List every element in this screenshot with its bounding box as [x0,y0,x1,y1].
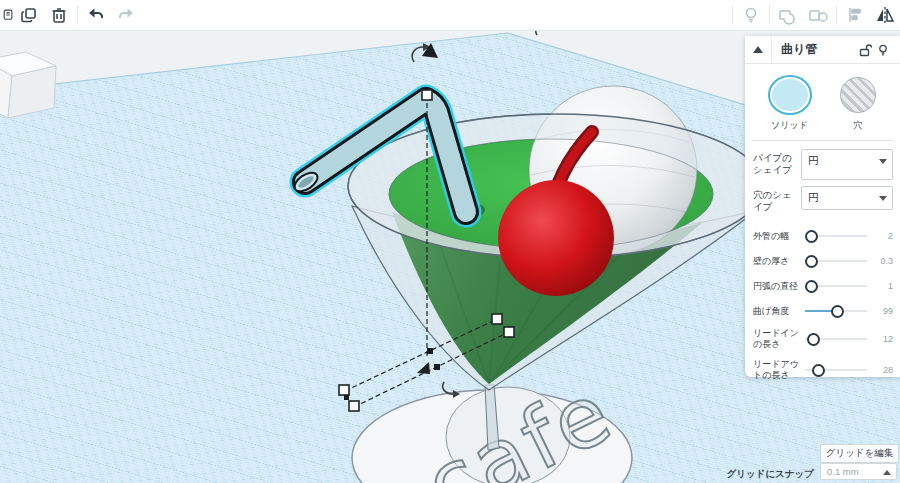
edge-handle-3[interactable] [344,395,349,400]
hole-shape-dropdown[interactable]: 円 [801,186,893,210]
outer-width-label: 外管の幅 [753,231,805,242]
lightbulb-icon[interactable] [874,43,892,57]
mirror-icon[interactable] [870,0,900,30]
arc-diameter-value: 1 [877,281,893,291]
triangle-up-icon [753,46,763,53]
solid-swatch-label: ソリッド [771,119,808,132]
material-swatches: ソリッド 穴 [745,64,900,132]
bend-angle-slider[interactable] [805,305,867,317]
lead-in-row: リードインの長さ 12 [745,324,900,355]
toolbar-left-group [0,0,141,30]
toolbar-separator [836,5,837,25]
copy-icon[interactable] [0,0,14,30]
slider-fill [805,310,834,312]
pipe-shape-label: パイプのシェイプ [753,149,801,177]
caret-up-icon [883,470,891,475]
wall-thickness-row: 壁の厚さ 0.3 [745,249,900,274]
solid-swatch-circle[interactable] [770,77,810,113]
lead-out-value: 28 [877,365,893,375]
collapse-panel-button[interactable] [753,36,772,63]
snap-to-grid-label: グリッドにスナップ [700,468,814,481]
outer-width-slider[interactable] [805,230,867,242]
slider-handle[interactable] [831,305,844,318]
scale-handle-left-2[interactable] [349,401,359,411]
outer-width-value: 2 [877,231,893,241]
hole-swatch-circle[interactable] [840,77,876,113]
lead-out-row: リードアウトの長さ 28 [745,355,900,386]
hole-shape-row: 穴のシェイプ 円 [745,184,900,218]
slider-handle[interactable] [805,255,818,268]
delete-icon[interactable] [44,0,74,30]
unlock-icon[interactable] [856,43,874,57]
undo-icon[interactable] [81,0,111,30]
arc-diameter-slider[interactable] [805,280,867,292]
edge-handle-1[interactable] [427,348,433,354]
pipe-shape-value: 円 [808,154,819,166]
bend-angle-label: 曲げ角度 [753,306,805,317]
wall-thickness-value: 0.3 [877,256,893,266]
arc-diameter-label: 円弧の直径 [753,281,805,292]
solid-swatch[interactable]: ソリッド [770,77,810,132]
lead-out-label: リードアウトの長さ [753,359,805,382]
lead-out-slider[interactable] [805,364,867,376]
lead-in-value: 12 [877,334,893,344]
bend-angle-row: 曲げ角度 99 [745,299,900,324]
top-toolbar [0,0,900,31]
outer-width-row: 外管の幅 2 [745,224,900,249]
slider-handle[interactable] [805,230,818,243]
slider-handle[interactable] [807,333,820,346]
toolbar-separator [769,5,770,25]
toolbar-separator [732,5,733,25]
scale-handle-right-1[interactable] [492,314,502,324]
bend-angle-value: 99 [877,306,893,316]
inspector-header: 曲り管 [745,36,900,64]
panel-divider [751,140,894,141]
lead-in-label: リードインの長さ [753,328,805,351]
view-cube[interactable] [0,52,56,118]
edge-handle-2[interactable] [434,364,440,370]
slider-handle[interactable] [805,280,818,293]
arc-diameter-row: 円弧の直径 1 [745,274,900,299]
hole-shape-label: 穴のシェイプ [753,186,801,214]
shape-title: 曲り管 [781,41,856,58]
show-all-icon[interactable] [736,0,766,30]
toolbar-separator [77,5,78,25]
pipe-shape-dropdown[interactable]: 円 [801,149,893,180]
pipe-shape-row: パイプのシェイプ 円 [745,147,900,184]
wall-thickness-label: 壁の厚さ [753,256,805,267]
duplicate-icon[interactable] [14,0,44,30]
shape-inspector-panel: 曲り管 ソリッド 穴 パイプのシェイプ 円 穴のシェイプ 円 [745,36,900,377]
slider-handle[interactable] [812,364,825,377]
ungroup-icon[interactable] [803,0,833,30]
group-icon[interactable] [773,0,803,30]
redo-icon[interactable] [111,0,141,30]
align-icon[interactable] [840,0,870,30]
snap-grid-value: 0.1 mm [827,466,859,477]
hole-shape-value: 円 [808,191,819,203]
toolbar-right-group [729,0,900,30]
scale-handle-right-2[interactable] [504,327,514,337]
wall-thickness-slider[interactable] [805,255,867,267]
lead-in-slider[interactable] [805,333,867,345]
scale-handle-left-1[interactable] [339,385,349,395]
snap-grid-dropdown[interactable]: 0.1 mm [820,463,897,480]
hole-swatch[interactable]: 穴 [840,77,876,132]
edit-grid-button[interactable]: グリッドを編集 [820,444,899,463]
hole-swatch-label: 穴 [853,119,862,132]
scale-handle-top[interactable] [422,90,432,100]
